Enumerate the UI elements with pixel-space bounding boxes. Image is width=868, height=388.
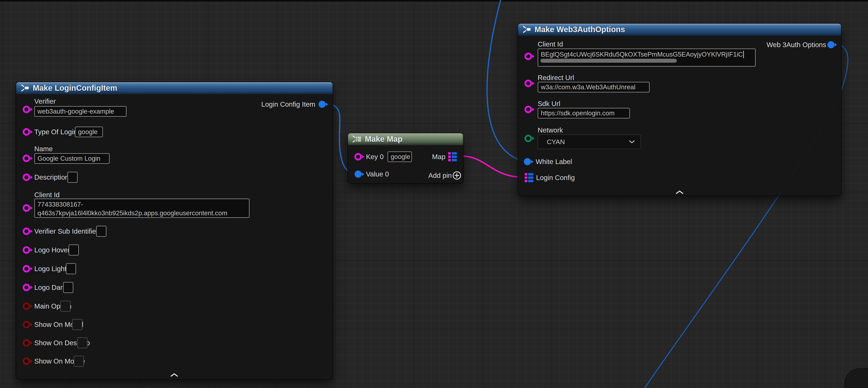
pin-verifier[interactable] bbox=[23, 106, 30, 113]
pin-label-client-id: Client Id bbox=[538, 40, 563, 48]
node-header-make-web3authoptions[interactable]: Make Web3AuthOptions bbox=[518, 24, 841, 35]
partial-node-corner[interactable] bbox=[844, 368, 868, 388]
pin-label-client-id: Client Id bbox=[34, 191, 60, 199]
pin-login-config[interactable] bbox=[525, 173, 533, 182]
pin-description[interactable] bbox=[23, 174, 30, 181]
pin-type-of-login[interactable] bbox=[23, 128, 30, 136]
node-header-make-loginconfigitem[interactable]: Make LoginConfigItem bbox=[16, 82, 333, 94]
client-id-line2: q463s7kpvja16l4l0kko3nb925ikds2p.apps.go… bbox=[37, 209, 246, 217]
node-title: Make Web3AuthOptions bbox=[534, 25, 625, 34]
pin-web3auth-options-output[interactable] bbox=[828, 41, 835, 48]
pin-client-id[interactable] bbox=[524, 53, 532, 60]
node-make-loginconfigitem[interactable]: Make LoginConfigItem Login Config Item V… bbox=[16, 82, 333, 380]
pin-label-web3auth-options: Web 3Auth Options bbox=[767, 41, 826, 49]
pin-verifier-sub-identifier[interactable] bbox=[23, 228, 30, 235]
show-on-mobile-checkbox[interactable] bbox=[74, 356, 84, 367]
logo-hover-input[interactable] bbox=[69, 244, 79, 256]
pin-show-on-desktop[interactable] bbox=[23, 339, 30, 347]
show-on-desktop-checkbox[interactable] bbox=[77, 337, 88, 348]
verifier-sub-identifier-input[interactable] bbox=[96, 226, 106, 237]
collapse-node-button[interactable] bbox=[170, 374, 178, 377]
network-dropdown[interactable]: CYAN bbox=[538, 135, 641, 149]
pin-sdk-url[interactable] bbox=[524, 106, 532, 113]
node-title: Make LoginConfigItem bbox=[33, 84, 117, 92]
pin-label-network: Network bbox=[538, 126, 563, 134]
chevron-down-icon bbox=[629, 140, 635, 144]
pin-redirect-url[interactable] bbox=[524, 80, 532, 87]
pin-label-login-config-item: Login Config Item bbox=[261, 100, 315, 108]
pin-label-login-config: Login Config bbox=[536, 174, 575, 182]
pin-label-value0: Value 0 bbox=[366, 170, 389, 178]
node-make-map[interactable]: Make Map Key 0 google Map Value 0 Add pi… bbox=[347, 133, 464, 184]
pin-map-output[interactable] bbox=[448, 152, 457, 161]
pin-main-option[interactable] bbox=[23, 302, 30, 310]
blueprint-graph-canvas[interactable]: Make LoginConfigItem Login Config Item V… bbox=[0, 0, 868, 388]
pin-label-key0: Key 0 bbox=[366, 153, 384, 161]
type-of-login-input[interactable]: google bbox=[75, 126, 103, 137]
pin-login-config-item-output[interactable] bbox=[318, 101, 326, 108]
logo-dark-input[interactable] bbox=[63, 282, 73, 293]
text-caret bbox=[743, 51, 744, 58]
collapse-node-button[interactable] bbox=[676, 191, 684, 194]
node-title: Make Map bbox=[365, 135, 402, 144]
node-header-make-map[interactable]: Make Map bbox=[348, 133, 463, 145]
network-selected-value: CYAN bbox=[547, 138, 565, 146]
add-pin-button[interactable] bbox=[452, 171, 461, 180]
pin-label-sdk-url: Sdk Url bbox=[538, 100, 560, 108]
verifier-value: web3auth-google-example bbox=[37, 108, 114, 115]
name-input[interactable]: Google Custom Login bbox=[34, 153, 110, 164]
key0-value: google bbox=[391, 153, 410, 160]
plus-circle-icon bbox=[452, 171, 461, 180]
client-id-input[interactable]: BEglQSgt4cUWcj6SKRdu5QkOXTsePmMcusG5EAoy… bbox=[538, 49, 756, 67]
redirect-url-input[interactable]: w3a://com.w3a.Web3AuthUnreal bbox=[538, 82, 650, 92]
logo-light-input[interactable] bbox=[66, 263, 76, 274]
redirect-url-value: w3a://com.w3a.Web3AuthUnreal bbox=[541, 83, 636, 91]
pin-client-id[interactable] bbox=[23, 204, 30, 212]
pin-label-type-of-login: Type Of Login bbox=[34, 128, 77, 136]
node-make-web3authoptions[interactable]: Make Web3AuthOptions Web 3Auth Options C… bbox=[518, 23, 842, 196]
pin-label-logo-light: Logo Light bbox=[34, 265, 66, 273]
pin-logo-light[interactable] bbox=[23, 265, 30, 272]
client-id-scrollbar[interactable] bbox=[540, 59, 677, 63]
pin-label-verifier-sub-identifier: Verifier Sub Identifier bbox=[34, 227, 98, 235]
show-on-modal-checkbox[interactable] bbox=[72, 319, 82, 330]
name-value: Google Custom Login bbox=[37, 155, 100, 162]
pin-label-logo-hover: Logo Hover bbox=[34, 246, 70, 254]
pin-label-white-label: White Label bbox=[536, 158, 572, 166]
pin-logo-hover[interactable] bbox=[23, 246, 30, 254]
add-pin-label: Add pin bbox=[428, 172, 452, 179]
make-struct-icon bbox=[522, 25, 531, 34]
pin-network[interactable] bbox=[524, 135, 532, 142]
make-struct-icon bbox=[21, 83, 30, 92]
pin-key0[interactable] bbox=[354, 153, 362, 160]
key0-input[interactable]: google bbox=[388, 151, 412, 162]
pin-show-on-modal[interactable] bbox=[23, 321, 30, 328]
pin-value0[interactable] bbox=[354, 171, 362, 178]
wire-map-to-loginconfig bbox=[461, 156, 524, 177]
top-edge-bar bbox=[0, 0, 868, 2]
pin-label-name: Name bbox=[34, 145, 53, 153]
make-map-icon bbox=[352, 135, 362, 144]
sdk-url-input[interactable]: https://sdk.openlogin.com bbox=[538, 108, 630, 118]
pin-label-map: Map bbox=[432, 153, 445, 161]
description-input[interactable] bbox=[67, 172, 78, 183]
pin-white-label[interactable] bbox=[524, 158, 531, 165]
sdk-url-value: https://sdk.openlogin.com bbox=[541, 110, 615, 117]
client-id-input[interactable]: 774338308167- q463s7kpvja16l4l0kko3nb925… bbox=[34, 199, 250, 218]
pin-show-on-mobile[interactable] bbox=[23, 357, 30, 365]
pin-name[interactable] bbox=[23, 155, 30, 162]
main-option-checkbox[interactable] bbox=[60, 301, 70, 312]
pin-label-logo-dark: Logo Dark bbox=[34, 283, 66, 291]
verifier-input[interactable]: web3auth-google-example bbox=[34, 106, 127, 117]
client-id-line1: 774338308167- bbox=[37, 200, 246, 209]
pin-logo-dark[interactable] bbox=[23, 284, 30, 291]
chevron-up-icon bbox=[676, 191, 684, 194]
pin-label-description: Description bbox=[34, 173, 69, 181]
pin-label-verifier: Verifier bbox=[34, 97, 56, 105]
client-id-value: BEglQSgt4cUWcj6SKRdu5QkOXTsePmMcusG5EAoy… bbox=[541, 50, 752, 59]
type-of-login-value: google bbox=[78, 128, 98, 136]
chevron-up-icon bbox=[170, 374, 178, 377]
pin-label-redirect-url: Redirect Url bbox=[538, 74, 574, 82]
